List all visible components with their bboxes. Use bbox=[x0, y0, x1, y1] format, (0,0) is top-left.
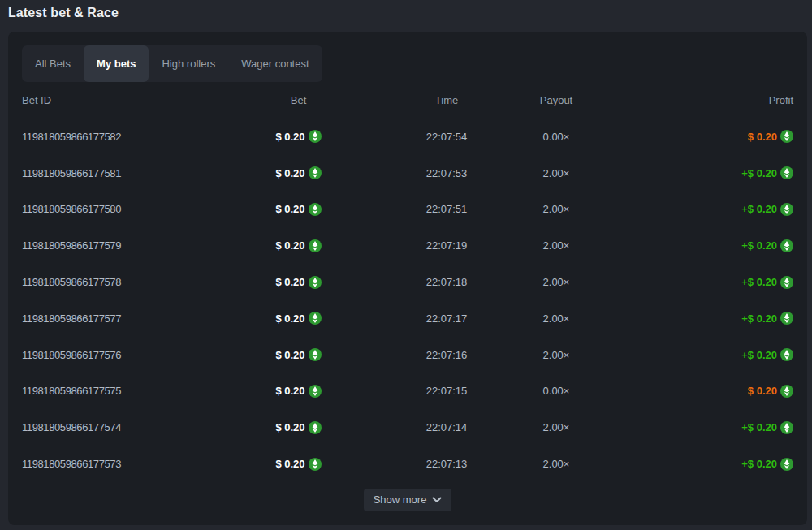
profit-amount: +$ 0.20 bbox=[741, 349, 777, 361]
time-cell: 22:07:51 bbox=[396, 203, 497, 215]
profit-cell: +$ 0.20 bbox=[615, 239, 793, 252]
etc-coin-icon bbox=[780, 348, 793, 361]
bet-cell: $ 0.20 bbox=[201, 166, 396, 179]
time-cell: 22:07:13 bbox=[396, 458, 497, 470]
etc-coin-icon bbox=[780, 312, 793, 325]
bet-id-cell: 119818059866177578 bbox=[22, 276, 201, 288]
table-row[interactable]: 119818059866177578 $ 0.20 22:07:18 2.00×… bbox=[22, 264, 793, 300]
bet-id-cell: 119818059866177582 bbox=[22, 131, 201, 143]
table-row[interactable]: 119818059866177575 $ 0.20 22:07:15 0.00×… bbox=[22, 373, 793, 410]
table-header-row: Bet ID Bet Time Payout Profit bbox=[22, 82, 793, 118]
table-row[interactable]: 119818059866177574 $ 0.20 22:07:14 2.00×… bbox=[22, 409, 793, 446]
bet-amount: $ 0.20 bbox=[275, 276, 304, 288]
payout-cell: 2.00× bbox=[497, 349, 615, 361]
etc-coin-icon bbox=[780, 421, 793, 434]
etc-coin-icon bbox=[780, 239, 793, 252]
etc-coin-icon bbox=[780, 130, 793, 143]
bet-amount: $ 0.20 bbox=[275, 421, 304, 433]
bet-id-cell: 119818059866177576 bbox=[22, 349, 201, 361]
bet-cell: $ 0.20 bbox=[201, 385, 396, 398]
column-header-time: Time bbox=[396, 94, 497, 106]
table-row[interactable]: 119818059866177580 $ 0.20 22:07:51 2.00×… bbox=[22, 192, 793, 228]
profit-amount: +$ 0.20 bbox=[741, 276, 777, 288]
profit-amount: +$ 0.20 bbox=[741, 239, 777, 252]
etc-coin-icon bbox=[309, 385, 322, 398]
bet-amount: $ 0.20 bbox=[275, 131, 304, 143]
chevron-down-icon bbox=[432, 497, 442, 503]
show-more-wrap: Show more bbox=[22, 489, 793, 511]
profit-cell: +$ 0.20 bbox=[615, 458, 793, 471]
etc-coin-icon bbox=[309, 421, 322, 434]
etc-coin-icon bbox=[780, 166, 793, 179]
bet-amount: $ 0.20 bbox=[275, 167, 304, 179]
tab-all-bets[interactable]: All Bets bbox=[22, 45, 84, 82]
payout-cell: 2.00× bbox=[497, 312, 615, 325]
profit-cell: +$ 0.20 bbox=[615, 203, 793, 216]
table-row[interactable]: 119818059866177581 $ 0.20 22:07:53 2.00×… bbox=[22, 155, 793, 192]
bet-amount: $ 0.20 bbox=[275, 239, 304, 252]
bet-cell: $ 0.20 bbox=[201, 239, 396, 252]
table-row[interactable]: 119818059866177579 $ 0.20 22:07:19 2.00×… bbox=[22, 227, 793, 264]
profit-cell: $ 0.20 bbox=[615, 385, 793, 398]
etc-coin-icon bbox=[309, 130, 322, 143]
table-row[interactable]: 119818059866177573 $ 0.20 22:07:13 2.00×… bbox=[22, 446, 793, 482]
profit-amount: +$ 0.20 bbox=[741, 458, 777, 470]
profit-amount: +$ 0.20 bbox=[741, 421, 777, 433]
bet-cell: $ 0.20 bbox=[201, 348, 396, 361]
time-cell: 22:07:53 bbox=[396, 167, 497, 179]
payout-cell: 2.00× bbox=[497, 421, 615, 433]
tab-my-bets[interactable]: My bets bbox=[84, 45, 149, 82]
table-row[interactable]: 119818059866177576 $ 0.20 22:07:16 2.00×… bbox=[22, 337, 793, 373]
profit-amount: +$ 0.20 bbox=[741, 167, 777, 179]
bet-cell: $ 0.20 bbox=[201, 421, 396, 434]
table-row[interactable]: 119818059866177582 $ 0.20 22:07:54 0.00×… bbox=[22, 118, 793, 155]
profit-amount: +$ 0.20 bbox=[741, 203, 777, 215]
etc-coin-icon bbox=[780, 458, 793, 471]
etc-coin-icon bbox=[309, 276, 322, 289]
etc-coin-icon bbox=[780, 203, 793, 216]
tab-wager-contest[interactable]: Wager contest bbox=[228, 45, 322, 82]
bet-id-cell: 119818059866177581 bbox=[22, 167, 201, 179]
show-more-button[interactable]: Show more bbox=[364, 489, 452, 511]
time-cell: 22:07:17 bbox=[396, 312, 497, 325]
etc-coin-icon bbox=[309, 239, 322, 252]
column-header-bet: Bet bbox=[201, 94, 396, 106]
payout-cell: 0.00× bbox=[497, 385, 615, 397]
column-header-bet-id: Bet ID bbox=[22, 94, 201, 106]
bet-id-cell: 119818059866177577 bbox=[22, 312, 201, 325]
payout-cell: 2.00× bbox=[497, 167, 615, 179]
time-cell: 22:07:14 bbox=[396, 421, 497, 433]
profit-cell: +$ 0.20 bbox=[615, 166, 793, 179]
table-row[interactable]: 119818059866177577 $ 0.20 22:07:17 2.00×… bbox=[22, 300, 793, 337]
table-body: 119818059866177582 $ 0.20 22:07:54 0.00×… bbox=[22, 118, 793, 482]
payout-cell: 2.00× bbox=[497, 458, 615, 470]
time-cell: 22:07:16 bbox=[396, 349, 497, 361]
etc-coin-icon bbox=[780, 385, 793, 398]
bet-cell: $ 0.20 bbox=[201, 203, 396, 216]
bet-id-cell: 119818059866177575 bbox=[22, 385, 201, 397]
column-header-profit: Profit bbox=[615, 94, 793, 106]
bet-id-cell: 119818059866177579 bbox=[22, 239, 201, 252]
etc-coin-icon bbox=[309, 312, 322, 325]
page-title: Latest bet & Race bbox=[8, 6, 119, 20]
profit-amount: $ 0.20 bbox=[748, 131, 777, 143]
bet-amount: $ 0.20 bbox=[275, 385, 304, 397]
bet-amount: $ 0.20 bbox=[275, 458, 304, 470]
payout-cell: 0.00× bbox=[497, 131, 615, 143]
tab-high-rollers[interactable]: High rollers bbox=[149, 45, 228, 82]
etc-coin-icon bbox=[309, 348, 322, 361]
bet-id-cell: 119818059866177580 bbox=[22, 203, 201, 215]
time-cell: 22:07:18 bbox=[396, 276, 497, 288]
bets-table: Bet ID Bet Time Payout Profit 1198180598… bbox=[22, 82, 793, 482]
time-cell: 22:07:15 bbox=[396, 385, 497, 397]
etc-coin-icon bbox=[309, 458, 322, 471]
payout-cell: 2.00× bbox=[497, 203, 615, 215]
bet-cell: $ 0.20 bbox=[201, 276, 396, 289]
profit-amount: +$ 0.20 bbox=[741, 312, 777, 325]
bets-tabs: All Bets My bets High rollers Wager cont… bbox=[22, 45, 322, 82]
bet-cell: $ 0.20 bbox=[201, 458, 396, 471]
profit-amount: $ 0.20 bbox=[748, 385, 777, 397]
time-cell: 22:07:54 bbox=[396, 131, 497, 143]
bet-amount: $ 0.20 bbox=[275, 203, 304, 215]
profit-cell: $ 0.20 bbox=[615, 130, 793, 143]
